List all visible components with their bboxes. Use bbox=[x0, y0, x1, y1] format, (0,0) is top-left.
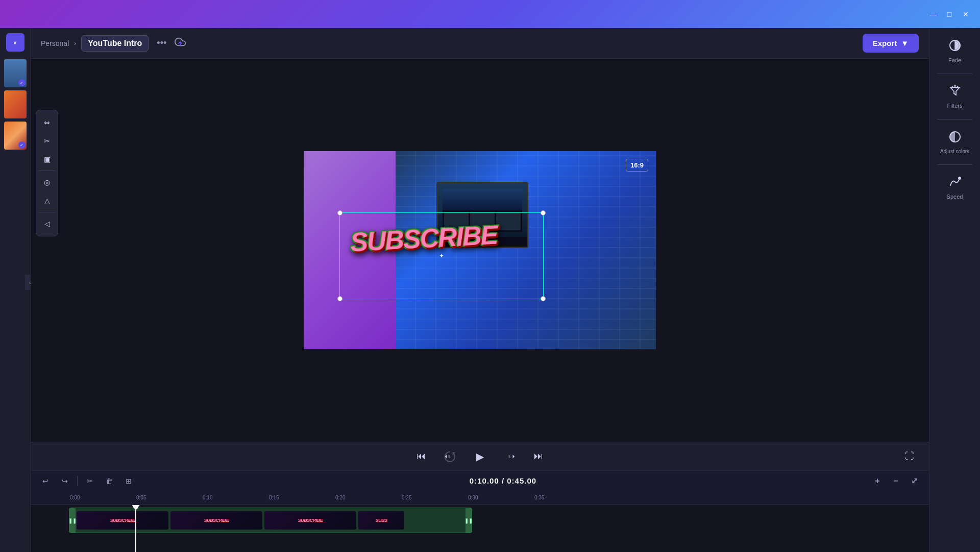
zoom-in-button[interactable]: + bbox=[870, 474, 885, 488]
undo-button[interactable]: ↩ bbox=[38, 474, 53, 488]
ruler-label-6: 0:30 bbox=[467, 495, 478, 500]
more-options-button[interactable]: ••• bbox=[154, 36, 169, 51]
time-display: 0:10.00 / 0:45.00 bbox=[141, 476, 865, 485]
zoom-out-button[interactable]: − bbox=[889, 474, 903, 488]
ruler-label-1: 0:05 bbox=[135, 495, 146, 500]
track-clip-1[interactable]: ❚❚ SUBSCRIBE SUBSCRIBE SUBSCRIBE bbox=[69, 508, 472, 533]
fade-tool[interactable]: Fade bbox=[935, 33, 975, 69]
subscribe-thumb-3: SUBSCRIBE bbox=[264, 511, 356, 530]
filters-tool[interactable]: Filters bbox=[935, 79, 975, 114]
resize-handle-br[interactable] bbox=[541, 296, 546, 301]
thumbnail-image-3 bbox=[4, 122, 27, 150]
timeline-separator-1 bbox=[77, 476, 78, 486]
ruler-mark-1: 0:05 bbox=[135, 495, 202, 500]
ruler-label-5: 0:25 bbox=[401, 495, 411, 500]
breadcrumb-personal[interactable]: Personal bbox=[41, 39, 69, 47]
toolbar-separator-2 bbox=[38, 212, 56, 212]
export-label: Export bbox=[873, 39, 897, 47]
sidebar-separator-2 bbox=[937, 119, 972, 119]
adjust-colors-label: Adjust colors bbox=[940, 149, 969, 154]
subscribe-thumb-2: SUBSCRIBE bbox=[170, 511, 262, 530]
filters-label: Filters bbox=[947, 103, 963, 109]
sub-thumb-text-3: SUBSCRIBE bbox=[298, 518, 323, 523]
adjust-colors-icon bbox=[948, 130, 962, 147]
panel-collapse-button[interactable]: ∨ bbox=[6, 33, 24, 52]
adjust-colors-tool[interactable]: Adjust colors bbox=[935, 124, 975, 160]
video-area: ⇔ ✂ ▣ ◎ △ ◁ bbox=[31, 59, 929, 442]
ruler-label-0: 0:00 bbox=[69, 495, 80, 500]
svg-text:5: 5 bbox=[448, 454, 450, 458]
fade-icon bbox=[948, 39, 962, 55]
delete-button[interactable]: 🗑 bbox=[102, 474, 116, 488]
ruler-label-2: 0:10 bbox=[202, 495, 212, 500]
export-button[interactable]: Export ▼ bbox=[863, 34, 919, 53]
filters-icon bbox=[948, 84, 962, 101]
ruler-mark-4: 0:20 bbox=[334, 495, 401, 500]
close-button[interactable]: ✕ bbox=[962, 10, 970, 18]
sidebar-separator-3 bbox=[937, 164, 972, 165]
sub-thumb-text-2: SUBSCRIBE bbox=[204, 518, 229, 523]
ruler-label-7: 0:35 bbox=[533, 495, 544, 500]
fade-label: Fade bbox=[948, 57, 961, 63]
resize-tool[interactable]: ⇔ bbox=[39, 114, 55, 131]
top-bar: Personal › YouTube Intro ••• Export ▼ bbox=[31, 28, 929, 59]
timeline-section: ↩ ↪ ✂ 🗑 ⊞ 0:10.00 / 0:45.00 + − ⤢ 0:00 bbox=[31, 470, 929, 552]
play-button[interactable]: ▶ bbox=[469, 446, 491, 467]
chevron-down-icon: ∨ bbox=[13, 39, 17, 46]
subscribe-thumb-4: SUBS bbox=[358, 511, 404, 530]
forward-5s-button[interactable]: 5 bbox=[501, 447, 519, 466]
clip-handle-left[interactable]: ❚❚ bbox=[69, 508, 76, 533]
sub-thumb-text-4: SUBS bbox=[375, 518, 387, 523]
ruler-mark-5: 0:25 bbox=[401, 495, 467, 500]
ruler-mark-7: 0:35 bbox=[533, 495, 600, 500]
resize-handle-bl[interactable] bbox=[337, 296, 342, 301]
playhead-dot bbox=[133, 505, 138, 509]
timeline-tracks: ❚❚ SUBSCRIBE SUBSCRIBE SUBSCRIBE bbox=[31, 505, 929, 552]
svg-point-6 bbox=[954, 85, 956, 87]
video-canvas: ✦ SUBSCRIBE 16:9 bbox=[304, 151, 656, 349]
rotate-handle[interactable]: ✦ bbox=[439, 252, 444, 259]
toolbar-separator-1 bbox=[38, 171, 56, 171]
ruler-label-4: 0:20 bbox=[334, 495, 345, 500]
rewind-5s-button[interactable]: 5 bbox=[440, 447, 459, 466]
media-thumbnail-2[interactable] bbox=[4, 90, 27, 118]
media-thumbnail-3[interactable] bbox=[4, 122, 27, 150]
timeline-header: ↩ ↪ ✂ 🗑 ⊞ 0:10.00 / 0:45.00 + − ⤢ bbox=[31, 470, 929, 491]
cloud-sync-button[interactable] bbox=[175, 36, 186, 50]
display-tool[interactable]: ▣ bbox=[39, 151, 55, 167]
thumbnail-image-1 bbox=[4, 59, 27, 87]
fullscreen-button[interactable]: ⛶ bbox=[900, 447, 919, 466]
ruler-mark-6: 0:30 bbox=[467, 495, 533, 500]
thumbnail-image-2 bbox=[4, 90, 27, 118]
ruler-mark-3: 0:15 bbox=[268, 495, 334, 500]
media-thumbnail-1[interactable] bbox=[4, 59, 27, 87]
speed-tool[interactable]: Speed bbox=[935, 170, 975, 205]
resize-handle-tl[interactable] bbox=[337, 210, 342, 215]
media-panel: ∨ ‹ bbox=[0, 28, 31, 552]
floating-toolbar: ⇔ ✂ ▣ ◎ △ ◁ bbox=[36, 110, 58, 236]
add-track-button[interactable]: ⊞ bbox=[121, 474, 136, 488]
maximize-button[interactable]: □ bbox=[945, 10, 953, 18]
ruler-mark-0: 0:00 bbox=[69, 495, 135, 500]
playback-controls: ⏮ 5 ▶ 5 ⏭ ⛶ bbox=[31, 442, 929, 470]
sidebar-separator-1 bbox=[937, 74, 972, 74]
subscribe-thumb-1: SUBSCRIBE bbox=[77, 511, 168, 530]
fit-timeline-button[interactable]: ⤢ bbox=[907, 474, 921, 488]
project-title[interactable]: YouTube Intro bbox=[81, 35, 149, 52]
clip-handle-right[interactable]: ❚❚ bbox=[465, 508, 472, 533]
minimize-button[interactable]: — bbox=[929, 10, 937, 18]
pause-icon: ❚❚ bbox=[69, 518, 77, 523]
cut-button[interactable]: ✂ bbox=[83, 474, 97, 488]
playhead[interactable] bbox=[135, 505, 136, 552]
redo-button[interactable]: ↪ bbox=[58, 474, 72, 488]
reverse-tool[interactable]: ◁ bbox=[39, 215, 55, 232]
skip-to-end-button[interactable]: ⏭ bbox=[529, 447, 548, 466]
rotate-tool[interactable]: ◎ bbox=[39, 174, 55, 190]
skip-to-start-button[interactable]: ⏮ bbox=[412, 447, 430, 466]
crop-tool[interactable]: ✂ bbox=[39, 133, 55, 149]
aspect-ratio-badge[interactable]: 16:9 bbox=[626, 159, 648, 172]
subscribe-element[interactable]: ✦ SUBSCRIBE bbox=[339, 212, 544, 299]
resize-handle-tr[interactable] bbox=[541, 210, 546, 215]
flip-tool[interactable]: △ bbox=[39, 193, 55, 209]
title-bar: — □ ✕ bbox=[0, 0, 980, 28]
